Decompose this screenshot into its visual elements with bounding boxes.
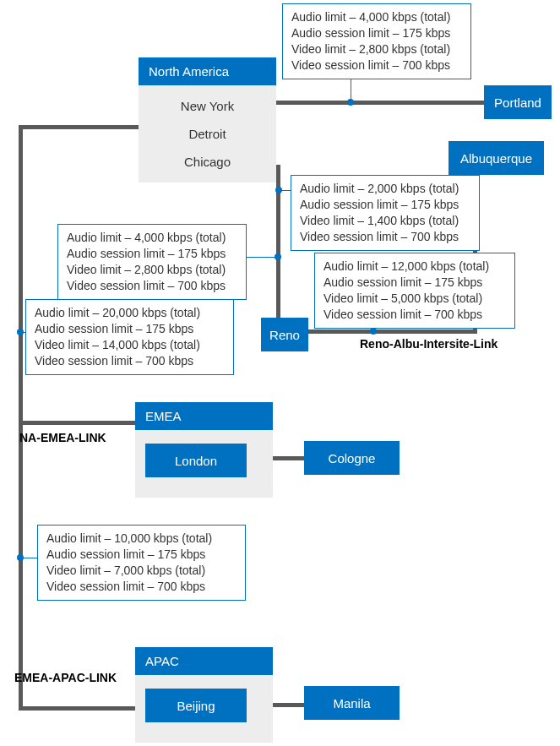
limit-box-reno-link: Audio limit – 4,000 kbps (total) Audio s… (57, 224, 247, 300)
site-reno: Reno (261, 318, 308, 351)
limit-box-reno-albu: Audio limit – 12,000 kbps (total) Audio … (314, 253, 515, 329)
limit-line: Audio limit – 20,000 kbps (total) (35, 305, 225, 321)
region-apac: APAC Beijing (135, 647, 273, 743)
limit-line: Audio session limit – 175 kbps (291, 25, 462, 41)
link-label-emea-apac: EMEA-APAC-LINK (14, 671, 117, 684)
limit-line: Audio limit – 4,000 kbps (total) (291, 9, 462, 25)
limit-line: Audio limit – 10,000 kbps (total) (46, 531, 237, 547)
site-albuquerque: Albuquerque (449, 141, 544, 175)
limit-box-emea-apac: Audio limit – 10,000 kbps (total) Audio … (37, 525, 246, 601)
limit-line: Audio limit – 12,000 kbps (total) (323, 259, 506, 275)
limit-line: Audio session limit – 175 kbps (67, 246, 237, 262)
region-body-emea: London (135, 430, 273, 498)
region-header-na: North America (139, 57, 276, 85)
limit-line: Video limit – 14,000 kbps (total) (35, 337, 225, 353)
region-title-na: North America (149, 64, 229, 79)
limit-line: Video limit – 1,400 kbps (total) (300, 213, 470, 229)
site-label: Cologne (329, 451, 376, 466)
limit-line: Video session limit – 700 kbps (67, 278, 237, 294)
limit-box-albuquerque: Audio limit – 2,000 kbps (total) Audio s… (291, 175, 480, 251)
region-body-apac: Beijing (135, 675, 273, 743)
site-manila: Manila (304, 686, 400, 720)
limit-line: Audio limit – 2,000 kbps (total) (300, 181, 470, 197)
link-label-reno-albu: Reno-Albu-Intersite-Link (360, 337, 497, 351)
limit-box-na-emea: Audio limit – 20,000 kbps (total) Audio … (25, 299, 234, 375)
limit-line: Video session limit – 700 kbps (46, 579, 237, 595)
limit-line: Video session limit – 700 kbps (323, 307, 506, 323)
limit-line: Audio session limit – 175 kbps (300, 197, 470, 213)
limit-line: Audio session limit – 175 kbps (35, 321, 225, 337)
site-london: London (145, 444, 247, 477)
limit-line: Video session limit – 700 kbps (300, 229, 470, 245)
limit-line: Video session limit – 700 kbps (35, 353, 225, 369)
site-label: London (175, 454, 217, 468)
limit-line: Audio session limit – 175 kbps (46, 547, 237, 563)
region-header-emea: EMEA (135, 402, 273, 430)
limit-line: Video limit – 7,000 kbps (total) (46, 563, 237, 579)
site-portland: Portland (484, 85, 552, 119)
city-detroit: Detroit (149, 120, 266, 148)
city-newyork: New York (149, 92, 266, 120)
site-beijing: Beijing (145, 689, 247, 722)
site-label: Reno (269, 328, 300, 342)
site-label: Albuquerque (460, 151, 532, 166)
limit-box-portland: Audio limit – 4,000 kbps (total) Audio s… (282, 3, 471, 79)
site-label: Portland (494, 95, 541, 110)
region-title-apac: APAC (145, 654, 179, 668)
region-north-america: North America New York Detroit Chicago (139, 57, 276, 182)
region-title-emea: EMEA (145, 409, 182, 423)
link-label-na-emea: NA-EMEA-LINK (19, 431, 106, 444)
limit-line: Video session limit – 700 kbps (291, 57, 462, 74)
limit-line: Video limit – 5,000 kbps (total) (323, 291, 506, 307)
region-body-na: New York Detroit Chicago (139, 85, 276, 182)
site-label: Manila (333, 696, 370, 711)
limit-line: Video limit – 2,800 kbps (total) (291, 41, 462, 57)
site-label: Beijing (177, 699, 215, 713)
limit-line: Audio limit – 4,000 kbps (total) (67, 230, 237, 246)
region-header-apac: APAC (135, 647, 273, 675)
site-cologne: Cologne (304, 441, 400, 475)
region-emea: EMEA London (135, 402, 273, 498)
limit-line: Video limit – 2,800 kbps (total) (67, 262, 237, 278)
limit-line: Audio session limit – 175 kbps (323, 275, 506, 291)
city-chicago: Chicago (149, 148, 266, 176)
